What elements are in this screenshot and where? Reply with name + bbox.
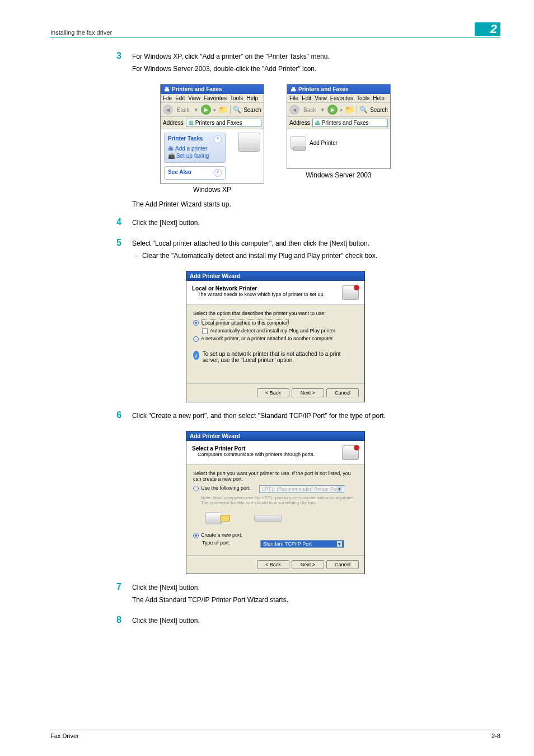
- menu-edit[interactable]: Edit: [302, 95, 311, 101]
- radio-icon[interactable]: [193, 486, 199, 491]
- chapter-number: 2: [475, 22, 500, 36]
- window-titlebar: 🖶 Printers and Faxes: [287, 84, 390, 94]
- printer-tasks-panel: Printer Tasks ˄ 🖶 Add a printer 📠 Set up…: [164, 133, 226, 163]
- menu-view[interactable]: View: [188, 95, 200, 101]
- type-of-port-label: Type of port:: [202, 540, 258, 546]
- footer-right: 2-8: [491, 732, 500, 739]
- address-bar: Address 🖶 Printers and Faxes: [287, 117, 390, 129]
- screenshot-caption: Windows Server 2003: [287, 171, 391, 179]
- chevron-up-icon[interactable]: ˄: [214, 169, 222, 177]
- radio-icon[interactable]: [193, 320, 199, 326]
- option-local-printer[interactable]: Local printer attached to this computer: [193, 320, 358, 326]
- info-icon: i: [193, 351, 199, 360]
- menu-favorites[interactable]: Favorites: [330, 95, 353, 101]
- menubar[interactable]: File Edit View Favorites Tools Help: [161, 94, 264, 103]
- printer-icon: 🖶: [291, 86, 296, 92]
- option-use-port[interactable]: Use the following port: LPT1: (Recommend…: [193, 485, 358, 493]
- address-label: Address: [289, 120, 310, 126]
- address-bar: Address 🖶 Printers and Faxes: [161, 117, 264, 129]
- radio-icon[interactable]: [193, 336, 199, 342]
- info-text: To set up a network printer that is not …: [203, 351, 358, 363]
- dialog-heading: Select a Printer Port: [192, 445, 246, 452]
- menu-tools[interactable]: Tools: [230, 95, 243, 101]
- step-8-text: Click the [Next] button.: [132, 616, 500, 626]
- forward-icon[interactable]: ►: [201, 105, 211, 115]
- address-field[interactable]: 🖶 Printers and Faxes: [186, 119, 261, 127]
- printer-icon: 🖶: [188, 120, 194, 126]
- up-folder-icon[interactable]: 📁: [218, 105, 228, 114]
- set-up-faxing-link[interactable]: 📠 Set up faxing: [168, 153, 222, 159]
- next-button[interactable]: Next >: [292, 560, 324, 569]
- add-printer-icon: [291, 136, 306, 149]
- fax-icon: 📠: [168, 153, 175, 159]
- printer-icon: 🖶: [164, 86, 170, 92]
- up-folder-icon[interactable]: 📁: [345, 105, 354, 114]
- back-button[interactable]: < Back: [257, 388, 289, 397]
- checkbox-icon[interactable]: [202, 328, 208, 334]
- search-button[interactable]: Search: [370, 107, 388, 113]
- menu-tools[interactable]: Tools: [357, 95, 369, 101]
- printer-icon: 🖶: [315, 120, 320, 126]
- option-auto-detect[interactable]: Automatically detect and install my Plug…: [202, 328, 358, 334]
- header-rule: [50, 37, 500, 37]
- menu-favorites[interactable]: Favorites: [204, 95, 227, 101]
- search-icon[interactable]: 🔍: [233, 106, 241, 114]
- step-7-line2: The Add Standard TCP/IP Printer Port Wiz…: [132, 595, 500, 605]
- radio-icon[interactable]: [193, 533, 199, 538]
- search-icon[interactable]: 🔍: [359, 106, 368, 114]
- printer-icon: [342, 445, 359, 460]
- option-create-port[interactable]: Create a new port:: [193, 532, 358, 538]
- step-7-line1: Click the [Next] button.: [132, 583, 500, 593]
- menu-help[interactable]: Help: [246, 95, 258, 101]
- option-network-printer[interactable]: A network printer, or a printer attached…: [193, 336, 358, 342]
- option-use-label: Use the following port:: [201, 485, 257, 491]
- add-a-printer-link[interactable]: 🖶 Add a printer: [168, 145, 222, 152]
- back-button[interactable]: Back: [175, 106, 191, 114]
- screenshot-printers-faxes-2003: 🖶 Printers and Faxes File Edit View Favo…: [287, 84, 391, 169]
- type-of-port-select[interactable]: Standard TCP/IP Port: [260, 540, 344, 548]
- address-field[interactable]: 🖶 Printers and Faxes: [312, 119, 388, 127]
- set-up-faxing-label: Set up faxing: [176, 153, 209, 159]
- dialog-prompt: Select the port you want your printer to…: [193, 471, 358, 482]
- printer-icon: [342, 285, 359, 300]
- option-auto-label: Automatically detect and install my Plug…: [210, 328, 335, 334]
- forward-icon[interactable]: ►: [327, 105, 338, 115]
- step-3-continuation: The Add Printer Wizard starts up.: [132, 200, 500, 208]
- menu-edit[interactable]: Edit: [175, 95, 185, 101]
- screenshot-printers-faxes-xp: 🖶 Printers and Faxes File Edit View Favo…: [160, 84, 264, 184]
- step-number: 6: [111, 410, 132, 423]
- see-also-heading: See Also: [168, 169, 191, 177]
- option-create-label: Create a new port:: [201, 532, 242, 538]
- toolbar: ◄ Back ▼ ► ▾ 📁 🔍 Search: [287, 103, 390, 117]
- menu-file[interactable]: File: [289, 95, 298, 101]
- option-local-label: Local printer attached to this computer: [201, 320, 289, 326]
- dialog-title: Add Printer Wizard: [186, 271, 364, 281]
- see-also-panel: See Also ˄: [164, 166, 226, 180]
- cancel-button[interactable]: Cancel: [326, 388, 359, 397]
- address-label: Address: [163, 120, 184, 126]
- cancel-button[interactable]: Cancel: [326, 560, 359, 569]
- step-5-line1: Select "Local printer attached to this c…: [132, 238, 500, 248]
- printer-tasks-heading: Printer Tasks: [168, 135, 203, 143]
- port-note: Note: Most computers use the LPT1: port …: [201, 495, 358, 505]
- back-icon[interactable]: ◄: [163, 105, 173, 115]
- search-button[interactable]: Search: [243, 107, 261, 113]
- step-number: 7: [111, 582, 132, 607]
- menu-help[interactable]: Help: [373, 95, 385, 101]
- add-printer-item[interactable]: Add Printer: [291, 136, 387, 149]
- add-printer-icon: 🖶: [168, 145, 174, 152]
- chevron-up-icon[interactable]: ˄: [214, 135, 222, 143]
- add-printer-wizard-dialog-2: Add Printer Wizard Select a Printer Port…: [186, 431, 365, 574]
- step-6-text: Click "Create a new port", and then sele…: [132, 411, 500, 421]
- footer-left: Fax Driver: [50, 732, 79, 739]
- back-icon[interactable]: ◄: [289, 105, 299, 115]
- back-button[interactable]: Back: [302, 106, 317, 114]
- menu-view[interactable]: View: [315, 95, 327, 101]
- menubar[interactable]: File Edit View Favorites Tools Help: [287, 94, 390, 103]
- screenshot-caption: Windows XP: [160, 186, 264, 194]
- menu-file[interactable]: File: [163, 95, 172, 101]
- next-button[interactable]: Next >: [292, 388, 324, 397]
- step-3-line1: For Windows XP, click "Add a printer" on…: [132, 51, 500, 62]
- step-3-line2: For Windows Server 2003, double-click th…: [132, 64, 500, 74]
- back-button[interactable]: < Back: [257, 560, 289, 569]
